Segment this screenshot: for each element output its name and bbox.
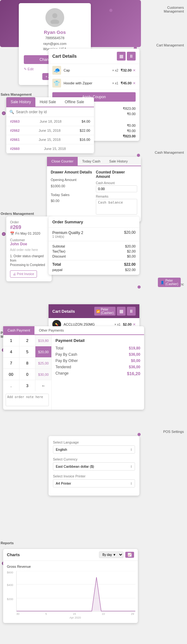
total-line2: ₹0.00: [127, 129, 136, 133]
currency-select-wrapper: East Caribbean dollar ($) US Dollar ($) …: [53, 462, 135, 471]
x-label-30: 30: [16, 612, 19, 615]
cash-amount-input[interactable]: [96, 185, 137, 192]
pause2-icon-button[interactable]: ⏸: [127, 307, 136, 316]
tab-close-counter[interactable]: Close Counter: [47, 157, 78, 166]
order-summary-card: Order Summary Premium Quality 2 $20,00 1…: [49, 216, 139, 275]
order-summary-item: Premium Quality 2 $20,00 1 Unit(s): [49, 228, 139, 241]
sale-date: June 15, 2018: [44, 147, 66, 151]
cap-remove-icon[interactable]: ✕: [133, 68, 136, 72]
key-00[interactable]: 00: [3, 369, 19, 380]
order-payment: paypal $22.00: [52, 267, 136, 272]
total-line1: ₹0.00: [127, 124, 136, 128]
pay-by-cash-row: Pay By Cash $36,00: [55, 352, 140, 357]
sale-row-2661[interactable]: #2661 June 15, 2018 $16.00: [6, 135, 94, 144]
order-note-textarea[interactable]: [6, 394, 49, 406]
pause-icon-button[interactable]: ⏸: [127, 52, 136, 61]
cashier-badge: 👤 Peter(Cashier): [158, 278, 181, 287]
key-amount-2000[interactable]: $20,00: [35, 346, 51, 357]
key-amount-3000[interactable]: $30,00: [35, 369, 51, 380]
tab-other-payments[interactable]: Other Payments: [34, 326, 68, 334]
drawer-section: Drawer Amount Details Opening Amount $10…: [51, 170, 92, 218]
tax-value: $2,00: [127, 249, 136, 253]
key-1[interactable]: 1: [3, 335, 19, 346]
barcode2-icon-button[interactable]: ▦: [117, 307, 126, 316]
printer-label: Select Invoice Printer: [53, 474, 135, 478]
tax-label: Tax(Tax): [52, 249, 65, 253]
today-sales-label: Today Sales: [51, 192, 92, 198]
key-8[interactable]: 8: [19, 358, 35, 369]
hoodie-remove-icon[interactable]: ✕: [133, 81, 136, 85]
key-backspace[interactable]: ←: [35, 380, 51, 391]
chart-view-button[interactable]: 📈: [125, 552, 134, 558]
charts-title: Charts: [7, 552, 20, 557]
key-2[interactable]: 2: [19, 335, 35, 346]
chart-body: Gross Revenue $600 $400 $200 30 5 15 2: [3, 561, 138, 623]
cap-thumb: 🧢: [52, 66, 61, 75]
key-5[interactable]: 5: [19, 346, 35, 357]
subtotal-value: ₹823.00: [123, 107, 136, 111]
tab-sale-history-cash[interactable]: Sale History: [105, 157, 132, 166]
print-invoice-button[interactable]: 🖨 Print Invoice: [10, 270, 37, 278]
discount-value: $0,00: [127, 254, 136, 258]
chart-month: Apr 2020: [16, 616, 134, 619]
tendered-row: Tendered $36,00: [55, 365, 140, 369]
payment-body: 1 2 $19,80 4 5 $20,00 7 8 $25,00 00 0 $3…: [3, 335, 144, 410]
chart-svg: [16, 571, 135, 612]
sale-id: #2663: [10, 120, 20, 123]
by-day-select[interactable]: By day ▼ By week By month: [99, 551, 123, 558]
sale-history-card: Sale History Hold Sale Offline Sale 🔍 #2…: [6, 97, 94, 153]
key-amount-1980[interactable]: $19,80: [35, 335, 51, 346]
key-4[interactable]: 4: [3, 346, 19, 357]
tab-cash-payment[interactable]: Cash Payment: [3, 326, 34, 334]
change-value: $16,20: [127, 371, 140, 376]
edit-link[interactable]: ✎ Edit: [24, 67, 34, 71]
remarks-label: Remarks: [96, 195, 137, 198]
order-totals: Subtotal $20,00 Tax(Tax) $2,00 Discount …: [49, 241, 139, 275]
sales-management-label: Sales Management: [1, 93, 32, 96]
svg-point-1: [50, 19, 59, 24]
tendered-value: $36,00: [129, 365, 140, 369]
sale-row-2660[interactable]: #2660 June 15, 2018: [6, 144, 94, 153]
sale-amount: $22.00: [80, 129, 90, 132]
tab-offline-sale[interactable]: Offline Sale: [60, 97, 89, 107]
cash-body: Drawer Amount Details Opening Amount $10…: [47, 166, 141, 222]
sale-row-2663[interactable]: #2663 June 18, 2018 $4.00: [6, 117, 94, 126]
sale-date: June 15, 2018: [39, 129, 61, 132]
orders-management-dot: [2, 232, 6, 236]
order-note-area: [3, 391, 51, 410]
cashier-info: 📶 Peter(Cashier): [94, 307, 116, 316]
barcode-icon-button[interactable]: ▦: [117, 52, 126, 61]
reports-header: Charts By day ▼ By week By month 📈: [3, 549, 138, 561]
language-select[interactable]: English French Spanish: [53, 445, 135, 454]
key-dot[interactable]: .: [3, 380, 19, 391]
pay-by-cash-value: $36,00: [129, 352, 140, 357]
orders-management-label: Orders Management: [1, 212, 34, 216]
sale-row-2662[interactable]: #2662 June 15, 2018 $22.00: [6, 126, 94, 135]
currency-select[interactable]: East Caribbean dollar ($) US Dollar ($) …: [53, 462, 135, 471]
tab-hold-sale[interactable]: Hold Sale: [35, 97, 60, 107]
tab-today-cash[interactable]: Today Cash: [78, 157, 105, 166]
search-input[interactable]: [16, 110, 91, 114]
sale-id: #2662: [10, 129, 20, 132]
remarks-textarea[interactable]: [96, 199, 137, 215]
subtotal-value: $20,00: [125, 244, 136, 248]
total-label: Total: [52, 262, 61, 267]
orders-card: Order #269 📅 Fri May 01 2020 Customer Jo…: [6, 216, 52, 281]
language-label: Select Language: [53, 440, 135, 444]
key-3[interactable]: 3: [19, 380, 35, 391]
order-summary-title: Order Summary: [49, 216, 139, 228]
sale-amount: $16.00: [80, 138, 90, 141]
tab-sale-history[interactable]: Sale History: [6, 97, 35, 107]
opening-amount-label: Opening Amount $1000.00: [51, 177, 92, 189]
numpad-bottom: . 3 ←: [3, 380, 51, 391]
key-amount-2500[interactable]: $25,00: [35, 358, 51, 369]
y-label-600: $600: [7, 571, 13, 574]
data-sync-dot: [138, 285, 141, 289]
printer-select[interactable]: A4 Printer Thermal Printer None: [53, 479, 135, 487]
order-label: Order: [10, 220, 48, 224]
accluzon-remove-icon[interactable]: ✕: [133, 322, 136, 327]
sale-id: #2660: [10, 147, 20, 151]
counted-title: Counted Drawer Amount: [96, 170, 137, 179]
key-7[interactable]: 7: [3, 358, 19, 369]
key-0[interactable]: 0: [19, 369, 35, 380]
